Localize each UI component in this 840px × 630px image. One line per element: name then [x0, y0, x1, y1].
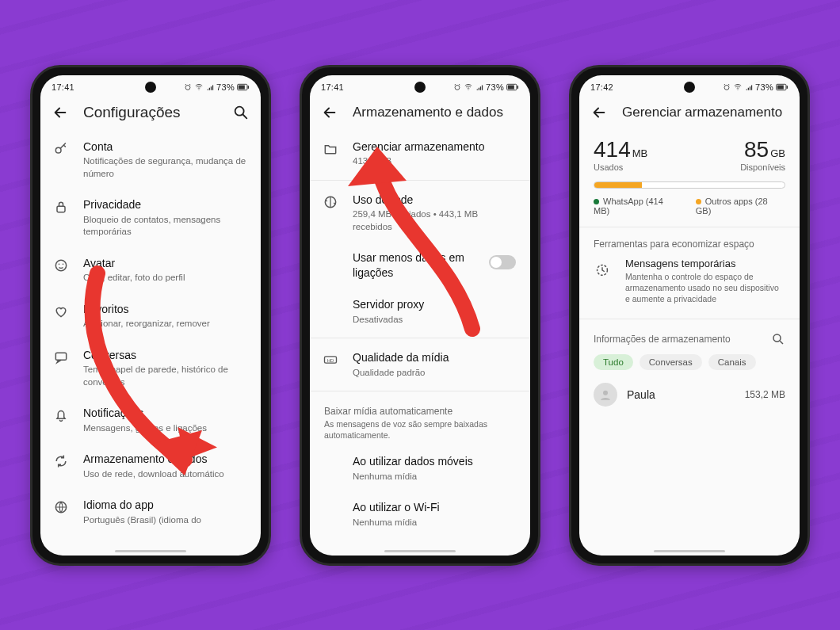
svg-rect-4 — [248, 86, 250, 89]
svg-rect-18 — [517, 86, 519, 89]
status-icons: 73% — [184, 82, 250, 92]
svg-point-14 — [455, 85, 460, 90]
storage-list[interactable]: Gerenciar armazenamento413,7 MB Uso de r… — [310, 131, 530, 556]
settings-item-armazenamento[interactable]: Armazenamento e dadosUso de rede, downlo… — [40, 443, 261, 489]
tools-title: Mensagens temporárias — [625, 258, 785, 269]
phone-1: 17:41 73% Configurações ContaNotificaçõe… — [30, 65, 271, 566]
row-mensagens-temporarias[interactable]: Mensagens temporáriasMantenha o controle… — [579, 251, 800, 316]
settings-item-idioma[interactable]: Idioma do appPortuguês (Brasil) (idioma … — [40, 489, 261, 535]
app-header: Armazenamento e dados — [310, 96, 530, 131]
lock-icon — [53, 197, 71, 218]
hd-icon: HD — [323, 350, 340, 371]
item-subtitle: Português (Brasil) (idioma do — [83, 514, 246, 527]
back-button[interactable] — [590, 104, 608, 121]
back-button[interactable] — [321, 104, 338, 121]
svg-point-0 — [185, 85, 190, 90]
settings-item-favoritos[interactable]: FavoritosAdicionar, reorganizar, remover — [40, 293, 261, 339]
auto-download-header: Baixar mídia automaticamente — [310, 395, 530, 418]
divider — [310, 338, 530, 338]
item-subtitle: 259,4 MB enviados • 443,1 MB recebidos — [353, 208, 516, 233]
item-subtitle: Criar, editar, foto do perfil — [83, 272, 246, 284]
settings-item-conversas[interactable]: ConversasTema, papel de parede, históric… — [40, 339, 261, 398]
svg-text:HD: HD — [327, 358, 334, 363]
svg-point-24 — [738, 89, 739, 90]
item-title: Privacidade — [83, 198, 141, 211]
svg-rect-17 — [508, 85, 514, 89]
svg-point-8 — [55, 260, 66, 270]
legend-whatsapp: WhatsApp (414 MB) — [594, 197, 663, 216]
network-icon — [323, 193, 340, 213]
alarm-icon — [723, 83, 731, 91]
sync-icon — [53, 452, 71, 472]
row-qualidade-midia[interactable]: HD Qualidade da mídiaQualidade padrão — [310, 342, 530, 388]
avatar-icon — [594, 383, 617, 407]
app-header: Gerenciar armazenamento — [579, 96, 800, 131]
status-icons: 73% — [723, 82, 788, 92]
battery-text: 73% — [755, 82, 773, 92]
storage-bar-fill — [594, 182, 642, 188]
camera-notch — [414, 82, 426, 93]
settings-item-avatar[interactable]: AvatarCriar, editar, foto do perfil — [40, 247, 261, 293]
chip-conversas[interactable]: Conversas — [640, 354, 702, 370]
svg-point-9 — [59, 263, 60, 265]
toggle-less-data[interactable] — [489, 255, 516, 269]
home-indicator[interactable] — [115, 550, 186, 552]
screen-configuracoes: 17:41 73% Configurações ContaNotificaçõe… — [40, 75, 261, 556]
search-storage-button[interactable] — [771, 332, 785, 346]
tools-subtitle: Mantenha o controle do espaço de armazen… — [625, 271, 785, 305]
svg-point-10 — [63, 263, 64, 265]
storage-bar — [594, 181, 785, 189]
item-subtitle: Notificações de segurança, mudança de nú… — [83, 155, 246, 180]
legend-other: Outros apps (28 GB) — [696, 197, 768, 216]
chip-canais[interactable]: Canais — [708, 354, 756, 370]
svg-point-5 — [235, 106, 244, 115]
used-label: Usados — [594, 162, 647, 172]
settings-item-privacidade[interactable]: PrivacidadeBloqueio de contatos, mensage… — [40, 189, 261, 247]
search-button[interactable] — [232, 104, 250, 121]
item-title: Servidor proxy — [353, 298, 424, 311]
status-time: 17:41 — [321, 82, 344, 92]
settings-item-conta[interactable]: ContaNotificações de segurança, mudança … — [40, 131, 261, 189]
wifi-icon — [733, 83, 743, 91]
item-subtitle: Nenhuma mídia — [353, 471, 516, 483]
row-proxy[interactable]: Servidor proxyDesativadas — [310, 288, 530, 334]
battery-icon — [776, 83, 788, 91]
info-header: Informações de armazenamento — [594, 334, 731, 345]
home-indicator[interactable] — [384, 550, 456, 552]
divider — [310, 391, 530, 391]
key-icon — [53, 139, 71, 160]
settings-list[interactable]: ContaNotificações de segurança, mudança … — [40, 131, 261, 556]
item-subtitle: Tema, papel de parede, histórico de conv… — [83, 364, 246, 388]
search-icon — [771, 332, 785, 346]
svg-point-15 — [468, 89, 469, 90]
row-dados-moveis[interactable]: Ao utilizar dados móveisNenhuma mídia — [310, 445, 530, 491]
settings-item-notificacoes[interactable]: NotificaçõesMensagens, grupos e ligações — [40, 397, 261, 443]
heart-icon — [53, 302, 71, 323]
back-button[interactable] — [52, 104, 69, 121]
signal-icon — [475, 83, 483, 91]
item-title: Avatar — [83, 257, 115, 269]
home-indicator[interactable] — [654, 550, 725, 552]
divider — [310, 180, 530, 181]
alarm-icon — [184, 83, 192, 91]
row-uso-rede[interactable]: Uso de rede259,4 MB enviados • 443,1 MB … — [310, 184, 530, 242]
face-icon — [53, 256, 71, 277]
camera-notch — [684, 82, 695, 93]
svg-point-6 — [55, 147, 61, 153]
contact-row-paula[interactable]: Paula 153,2 MB — [579, 375, 800, 414]
row-gerenciar-armazenamento[interactable]: Gerenciar armazenamento413,7 MB — [310, 131, 530, 177]
svg-rect-11 — [55, 353, 66, 360]
item-title: Qualidade da mídia — [353, 351, 449, 364]
svg-rect-27 — [787, 86, 788, 89]
item-subtitle: Bloqueio de contatos, mensagens temporár… — [83, 214, 246, 239]
app-header: Configurações — [40, 96, 261, 131]
item-title: Armazenamento e dados — [83, 452, 207, 465]
chat-icon — [53, 348, 71, 368]
row-wifi[interactable]: Ao utilizar o Wi-FiNenhuma mídia — [310, 491, 530, 537]
chip-tudo[interactable]: Tudo — [594, 354, 633, 370]
item-title: Usar menos dados em ligações — [353, 251, 464, 279]
divider — [579, 227, 800, 227]
row-menos-dados[interactable]: Usar menos dados em ligações — [310, 242, 530, 288]
storage-content[interactable]: 414MB Usados 85GB Disponíveis WhatsApp (… — [579, 131, 800, 556]
avail-label: Disponíveis — [740, 162, 785, 172]
